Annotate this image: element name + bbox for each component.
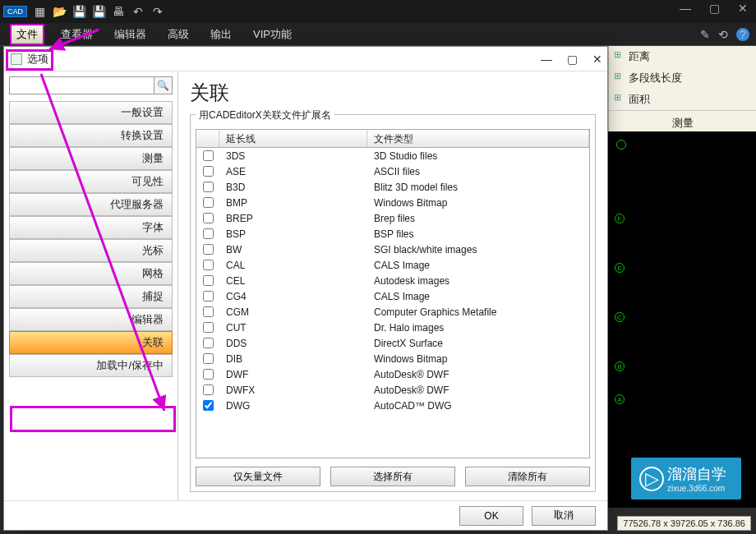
table-row[interactable]: DWGAutoCAD™ DWG (196, 398, 589, 413)
menu-output[interactable]: 输出 (205, 25, 237, 44)
sidebar-item-0[interactable]: 一般设置 (9, 101, 173, 124)
row-type: AutoDesk® DWF (367, 369, 589, 380)
row-checkbox[interactable] (203, 400, 214, 411)
table-row[interactable]: DWFXAutoDesk® DWF (196, 382, 589, 398)
window-maximize-icon[interactable]: ▢ (704, 0, 725, 16)
row-checkbox[interactable] (203, 197, 214, 208)
open-icon[interactable]: 📂 (52, 4, 67, 19)
row-ext: DIB (219, 353, 367, 365)
table-row[interactable]: CELAutodesk images (196, 273, 589, 288)
row-ext: 3DS (219, 150, 367, 162)
marker-icon: E (615, 263, 625, 273)
dialog-maximize-icon[interactable]: ▢ (567, 53, 578, 66)
table-row[interactable]: CUTDr. Halo images (196, 320, 589, 335)
row-checkbox[interactable] (203, 353, 214, 364)
row-checkbox[interactable] (203, 166, 214, 177)
refresh-icon[interactable]: ⟲ (718, 28, 728, 41)
new-icon[interactable]: ▦ (32, 4, 47, 19)
search-input[interactable] (9, 76, 154, 94)
row-ext: DDS (219, 338, 367, 349)
menu-file[interactable]: 文件 (10, 24, 44, 45)
sidebar-item-10[interactable]: 关联 (9, 331, 173, 354)
table-row[interactable]: BSPBSP files (196, 226, 589, 242)
sidebar-item-3[interactable]: 可见性 (9, 170, 173, 193)
row-checkbox[interactable] (203, 150, 214, 161)
window-close-icon[interactable]: ✕ (733, 0, 753, 16)
measure-distance[interactable]: 距离 (609, 46, 756, 67)
row-type: Dr. Halo images (367, 322, 589, 334)
row-checkbox[interactable] (203, 244, 214, 255)
col-filetype[interactable]: 文件类型 (367, 130, 589, 147)
measure-polyline[interactable]: 多段线长度 (609, 67, 756, 89)
table-row[interactable]: CG4CALS Image (196, 288, 589, 304)
measure-area[interactable]: 面积 (609, 89, 756, 110)
row-checkbox[interactable] (203, 213, 214, 223)
table-row[interactable]: ASEASCII files (196, 163, 589, 179)
ok-button[interactable]: OK (459, 506, 523, 526)
row-checkbox[interactable] (203, 182, 214, 192)
sidebar-item-1[interactable]: 转换设置 (9, 124, 173, 147)
row-checkbox[interactable] (203, 228, 214, 239)
drawing-canvas[interactable]: F E C B A (608, 131, 756, 508)
sidebar-item-4[interactable]: 代理服务器 (9, 193, 173, 216)
row-checkbox[interactable] (203, 369, 214, 380)
watermark-text: 溜溜自学 (667, 466, 726, 482)
row-ext: CUT (219, 322, 367, 334)
dialog-close-icon[interactable]: ✕ (592, 53, 602, 66)
clear-all-button[interactable]: 清除所有 (465, 467, 590, 486)
dialog-icon (11, 53, 22, 65)
menu-viewer[interactable]: 查看器 (56, 25, 98, 44)
file-assoc-table[interactable]: 延长线 文件类型 3DS3D Studio filesASEASCII file… (196, 129, 590, 458)
sidebar-item-2[interactable]: 测量 (9, 147, 173, 170)
window-minimize-icon[interactable]: — (675, 0, 696, 16)
sidebar-item-6[interactable]: 光标 (9, 239, 173, 262)
menu-advanced[interactable]: 高级 (163, 25, 194, 44)
sidebar-item-7[interactable]: 网格 (9, 262, 173, 285)
vector-only-button[interactable]: 仅矢量文件 (196, 467, 320, 486)
table-row[interactable]: CALCALS Image (196, 257, 589, 273)
cancel-button[interactable]: 取消 (532, 506, 596, 526)
sidebar-item-9[interactable]: 编辑器 (9, 308, 173, 331)
row-checkbox[interactable] (203, 384, 214, 395)
print-icon[interactable]: 🖶 (111, 4, 126, 19)
redo-icon[interactable]: ↷ (150, 4, 165, 19)
content-heading: 关联 (190, 80, 596, 106)
row-checkbox[interactable] (203, 260, 214, 270)
sidebar-item-5[interactable]: 字体 (9, 216, 173, 239)
search-icon[interactable]: 🔍 (154, 76, 173, 94)
row-type: AutoDesk® DWF (367, 384, 589, 396)
table-row[interactable]: BMPWindows Bitmap (196, 195, 589, 210)
row-type: Computer Graphics Metafile (367, 306, 589, 318)
save-icon[interactable]: 💾 (71, 4, 86, 19)
row-ext: B3D (219, 182, 367, 193)
select-all-button[interactable]: 选择所有 (330, 467, 455, 486)
table-row[interactable]: DIBWindows Bitmap (196, 351, 589, 366)
table-row[interactable]: B3DBlitz 3D model files (196, 179, 589, 195)
row-ext: DWF (219, 369, 367, 380)
sidebar-item-11[interactable]: 加载中/保存中 (9, 354, 173, 377)
undo-icon[interactable]: ↶ (131, 4, 145, 19)
marker-icon: B (615, 361, 625, 371)
row-checkbox[interactable] (203, 338, 214, 348)
row-checkbox[interactable] (203, 306, 214, 317)
table-row[interactable]: BWSGI black/white images (196, 242, 589, 257)
menu-editor[interactable]: 编辑器 (109, 25, 151, 44)
row-type: Autodesk images (367, 275, 589, 287)
table-row[interactable]: CGMComputer Graphics Metafile (196, 304, 589, 320)
save-all-icon[interactable]: 💾 (91, 4, 106, 19)
watermark: 溜溜自学 zixue.3d66.com (631, 458, 741, 499)
table-row[interactable]: 3DS3D Studio files (196, 148, 589, 163)
row-checkbox[interactable] (203, 275, 214, 286)
help-icon[interactable]: ? (736, 28, 749, 41)
col-extension[interactable]: 延长线 (219, 130, 367, 147)
row-type: Brep files (367, 213, 589, 224)
table-row[interactable]: BREPBrep files (196, 210, 589, 226)
table-row[interactable]: DWFAutoDesk® DWF (196, 366, 589, 382)
brush-icon[interactable]: ✎ (700, 28, 710, 41)
row-checkbox[interactable] (203, 322, 214, 333)
sidebar-item-8[interactable]: 捕捉 (9, 285, 173, 308)
row-checkbox[interactable] (203, 291, 214, 302)
table-row[interactable]: DDSDirectX Surface (196, 335, 589, 351)
menu-vip[interactable]: VIP功能 (248, 25, 297, 44)
dialog-minimize-icon[interactable]: — (541, 53, 552, 66)
